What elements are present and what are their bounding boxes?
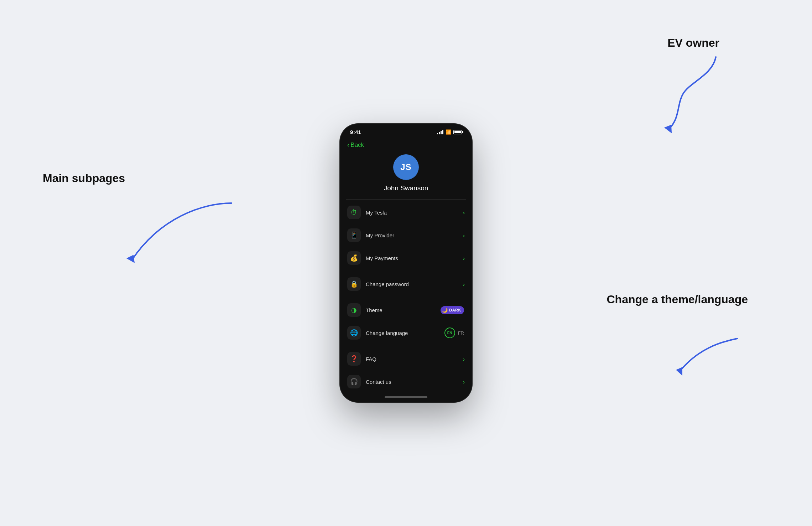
theme-icon-wrap: ◑ xyxy=(347,303,361,317)
home-indicator xyxy=(340,392,472,402)
theme-icon: ◑ xyxy=(351,306,357,314)
dark-mode-pill[interactable]: 🌙 DARK xyxy=(441,306,464,314)
language-icon-wrap: 🌐 xyxy=(347,326,361,340)
signal-bars-icon xyxy=(437,130,443,134)
phone-shell: 9:41 📶 ‹ Back xyxy=(340,124,472,402)
menu-item-my-payments[interactable]: 💰 My Payments › xyxy=(346,247,466,269)
my-provider-chevron-icon: › xyxy=(463,232,465,238)
back-label: Back xyxy=(350,141,364,149)
my-payments-icon-wrap: 💰 xyxy=(347,251,361,265)
theme-label: Theme xyxy=(366,307,441,313)
battery-icon xyxy=(453,130,462,134)
status-icons: 📶 xyxy=(437,129,462,135)
divider-2 xyxy=(346,271,466,271)
arrow-theme-language-icon xyxy=(634,321,748,392)
profile-section: JS John Swanson xyxy=(340,151,472,198)
faq-chevron-icon: › xyxy=(463,356,465,362)
contact-us-chevron-icon: › xyxy=(463,379,465,385)
menu-item-change-password[interactable]: 🔒 Change password › xyxy=(346,273,466,295)
theme-toggle[interactable]: 🌙 DARK xyxy=(441,306,464,314)
menu-item-change-language[interactable]: 🌐 Change language EN FR xyxy=(346,321,466,344)
my-tesla-icon: ⏱ xyxy=(351,209,357,216)
menu-list: ⏱ My Tesla › 📱 My Provider › 💰 xyxy=(340,198,472,392)
headset-icon: 🎧 xyxy=(350,378,358,386)
back-chevron-icon: ‹ xyxy=(347,142,349,148)
my-provider-icon: 📱 xyxy=(350,231,358,239)
my-payments-icon: 💰 xyxy=(350,254,358,262)
divider-4 xyxy=(346,346,466,346)
my-payments-label: My Payments xyxy=(366,255,463,261)
contact-us-label: Contact us xyxy=(366,379,463,385)
menu-item-my-provider[interactable]: 📱 My Provider › xyxy=(346,224,466,247)
home-bar xyxy=(385,396,427,398)
my-tesla-label: My Tesla xyxy=(366,210,463,216)
status-time: 9:41 xyxy=(350,129,361,135)
back-button[interactable]: ‹ Back xyxy=(340,137,472,151)
lang-en-button[interactable]: EN xyxy=(444,328,455,338)
faq-label: FAQ xyxy=(366,356,463,362)
faq-icon-wrap: ❓ xyxy=(347,352,361,366)
contact-icon-wrap: 🎧 xyxy=(347,375,361,388)
annotation-theme-language: Change a theme/language xyxy=(607,292,748,307)
language-toggle[interactable]: EN FR xyxy=(444,328,464,338)
wifi-icon: 📶 xyxy=(446,129,451,135)
app-content: ‹ Back JS John Swanson ⏱ My Tesla › xyxy=(340,137,472,402)
svg-marker-0 xyxy=(126,255,135,263)
change-password-icon-wrap: 🔒 xyxy=(347,277,361,291)
change-password-label: Change password xyxy=(366,281,463,287)
lang-fr-button[interactable]: FR xyxy=(458,330,464,336)
divider-3 xyxy=(346,297,466,297)
my-provider-icon-wrap: 📱 xyxy=(347,228,361,242)
question-icon: ❓ xyxy=(350,355,358,363)
status-bar: 9:41 📶 xyxy=(340,124,472,137)
change-password-chevron-icon: › xyxy=(463,281,465,287)
my-tesla-chevron-icon: › xyxy=(463,210,465,216)
menu-item-contact-us[interactable]: 🎧 Contact us › xyxy=(346,370,466,392)
svg-marker-2 xyxy=(676,367,682,376)
my-provider-label: My Provider xyxy=(366,232,463,238)
svg-marker-1 xyxy=(664,125,672,133)
user-name: John Swanson xyxy=(384,184,428,192)
arrow-main-subpages-icon xyxy=(96,189,246,282)
globe-icon: 🌐 xyxy=(350,329,358,337)
change-language-label: Change language xyxy=(366,330,444,336)
menu-item-faq[interactable]: ❓ FAQ › xyxy=(346,347,466,370)
avatar: JS xyxy=(393,154,419,180)
divider-top xyxy=(346,199,466,200)
annotation-main-subpages: Main subpages xyxy=(43,171,125,186)
moon-icon: 🌙 xyxy=(442,308,448,313)
my-payments-chevron-icon: › xyxy=(463,255,465,261)
menu-item-theme[interactable]: ◑ Theme 🌙 DARK xyxy=(346,299,466,321)
arrow-ev-owner-icon xyxy=(620,46,741,146)
lock-icon: 🔒 xyxy=(350,280,358,288)
menu-item-my-tesla[interactable]: ⏱ My Tesla › xyxy=(346,201,466,224)
my-tesla-icon-wrap: ⏱ xyxy=(347,206,361,219)
dark-mode-label: DARK xyxy=(449,308,461,312)
phone-mockup: 9:41 📶 ‹ Back xyxy=(340,124,472,402)
